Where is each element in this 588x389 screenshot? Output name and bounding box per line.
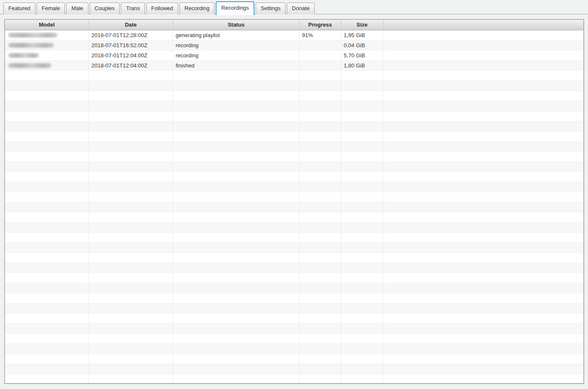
table-row-empty: [5, 71, 583, 81]
cell-extra: [383, 243, 583, 253]
cell-size: [341, 202, 383, 212]
cell-progress: [299, 364, 341, 374]
cell-model: [5, 81, 89, 91]
table-row[interactable]: 2018-07-01T16:52:00Zrecording0,04 GiB: [5, 40, 583, 51]
table-row[interactable]: 2018-07-01T12:04:00Zfinished1,80 GiB: [5, 61, 583, 71]
cell-model: [5, 354, 89, 364]
table-row-empty: [5, 131, 583, 142]
cell-size: [341, 223, 383, 233]
table-row[interactable]: 2018-07-01T12:28:00Zgenerating playlist9…: [5, 30, 583, 40]
cell-extra: [383, 364, 583, 374]
cell-model: [5, 334, 89, 344]
table-row-empty: [5, 81, 583, 91]
cell-progress: [299, 152, 341, 162]
tab-donate[interactable]: Donate: [287, 3, 315, 14]
cell-progress: [299, 91, 341, 101]
cell-date: [89, 253, 173, 263]
cell-model: [5, 111, 89, 121]
cell-status: [173, 223, 299, 233]
tab-followed[interactable]: Followed: [146, 3, 178, 14]
tab-recordings[interactable]: Recordings: [216, 1, 254, 15]
cell-date: [89, 192, 173, 202]
cell-date: 2018-07-01T16:52:00Z: [89, 40, 173, 51]
cell-date: [89, 172, 173, 182]
cell-size: [341, 243, 383, 253]
cell-extra: [383, 81, 583, 91]
cell-size: [341, 253, 383, 263]
cell-date: [89, 314, 173, 324]
cell-progress: [299, 314, 341, 324]
cell-status: [173, 303, 299, 314]
cell-date: [89, 223, 173, 233]
redacted-model-name: [8, 63, 51, 68]
cell-extra: [383, 212, 583, 223]
cell-status: [173, 101, 299, 111]
column-header-date[interactable]: Date: [89, 20, 173, 30]
cell-model: [5, 253, 89, 263]
cell-model: [5, 61, 89, 71]
cell-status: finished: [173, 61, 299, 71]
tab-couples[interactable]: Couples: [90, 3, 120, 14]
column-header-extra[interactable]: [383, 20, 583, 30]
cell-date: [89, 162, 173, 172]
cell-status: [173, 374, 299, 384]
cell-progress: [299, 253, 341, 263]
table-row-empty: [5, 91, 583, 101]
cell-status: [173, 354, 299, 364]
cell-status: recording: [173, 40, 299, 51]
cell-date: [89, 202, 173, 212]
cell-status: [173, 344, 299, 354]
cell-model: [5, 344, 89, 354]
cell-size: [341, 152, 383, 162]
cell-size: [341, 121, 383, 131]
cell-model: [5, 233, 89, 243]
cell-date: 2018-07-01T12:28:00Z: [89, 30, 173, 40]
table-row-empty: [5, 324, 583, 334]
cell-size: [341, 212, 383, 223]
cell-size: [341, 172, 383, 182]
column-header-model[interactable]: Model: [5, 20, 89, 30]
cell-model: [5, 162, 89, 172]
table-row-empty: [5, 263, 583, 273]
table-row-empty: [5, 283, 583, 293]
cell-progress: [299, 111, 341, 121]
cell-model: [5, 91, 89, 101]
cell-status: [173, 283, 299, 293]
cell-date: [89, 131, 173, 142]
cell-date: [89, 81, 173, 91]
cell-progress: [299, 51, 341, 61]
cell-status: [173, 212, 299, 223]
cell-size: [341, 354, 383, 364]
table-row-empty: [5, 374, 583, 384]
table-row-empty: [5, 344, 583, 354]
table-row-empty: [5, 314, 583, 324]
cell-model: [5, 202, 89, 212]
cell-status: [173, 172, 299, 182]
table-row-empty: [5, 303, 583, 314]
column-header-size[interactable]: Size: [341, 20, 383, 30]
cell-extra: [383, 324, 583, 334]
column-header-progress[interactable]: Progress: [299, 20, 341, 30]
cell-extra: [383, 61, 583, 71]
tab-settings[interactable]: Settings: [256, 3, 286, 14]
cell-status: [173, 131, 299, 142]
cell-extra: [383, 253, 583, 263]
tab-bar: FeaturedFemaleMaleCouplesTransFollowedRe…: [0, 0, 588, 14]
cell-model: [5, 243, 89, 253]
tab-trans[interactable]: Trans: [121, 3, 145, 14]
cell-size: [341, 314, 383, 324]
column-header-status[interactable]: Status: [173, 20, 299, 30]
table-row-empty: [5, 202, 583, 212]
tab-recording[interactable]: Recording: [179, 3, 214, 14]
cell-extra: [383, 283, 583, 293]
cell-model: [5, 374, 89, 384]
cell-model: [5, 263, 89, 273]
tab-featured[interactable]: Featured: [3, 3, 35, 14]
cell-status: [173, 202, 299, 212]
cell-progress: [299, 71, 341, 81]
tab-male[interactable]: Male: [66, 3, 88, 14]
tab-female[interactable]: Female: [37, 3, 65, 14]
cell-size: [341, 364, 383, 374]
cell-status: recording: [173, 51, 299, 61]
table-row[interactable]: 2018-07-01T12:04:00Zrecording5,70 GiB: [5, 51, 583, 61]
